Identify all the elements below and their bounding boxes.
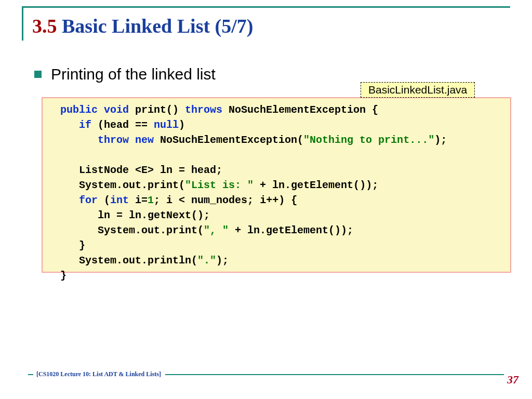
code-string: "Nothing to print..." (303, 134, 434, 146)
footer: [CS1020 Lecture 10: List ADT & Linked Li… (28, 370, 504, 378)
code-keyword: throws (185, 104, 229, 116)
code-text: NoSuchElementException( (160, 134, 303, 146)
code-string: "." (197, 255, 216, 267)
code-text: ( (104, 194, 110, 206)
code-string: "List is: " (185, 179, 260, 191)
footer-text: [CS1020 Lecture 10: List ADT & Linked Li… (36, 370, 161, 378)
code-number: 1 (148, 194, 154, 206)
footer-rule (165, 374, 504, 375)
footer-dash-icon (28, 374, 33, 375)
code-null: null (154, 119, 179, 131)
code-keyword: if (79, 119, 98, 131)
code-keyword: int (110, 194, 135, 206)
code-text: ln = ln.getNext(); (98, 209, 210, 221)
code-text: NoSuchElementException { (229, 104, 378, 116)
code-text: ); (216, 255, 229, 267)
section-number: 3.5 (32, 15, 57, 37)
code-keyword: throw new (98, 134, 160, 146)
code-text: } (79, 240, 85, 251)
slide-title: 3.5 Basic Linked List (5/7) (32, 15, 253, 37)
code-text: ) (179, 119, 185, 131)
code-text: i= (135, 194, 148, 206)
code-text: + ln.getElement()); (235, 224, 353, 236)
code-string: ", " (204, 224, 235, 236)
slide-left-rule (22, 6, 23, 41)
page-number: 37 (507, 373, 518, 387)
code-keyword: for (79, 194, 104, 206)
code-text: System.out.print( (79, 179, 185, 191)
code-block: public void print() throws NoSuchElement… (42, 97, 511, 273)
code-keyword: public void (60, 104, 135, 116)
file-tab-label: BasicLinkedList.java (361, 82, 475, 98)
slide-top-rule (22, 6, 510, 8)
bullet-text: Printing of the linked list (51, 65, 216, 83)
code-text: ); (434, 134, 447, 146)
code-text: System.out.println( (79, 255, 197, 267)
code-text: + ln.getElement()); (260, 179, 378, 191)
code-text: (head == (98, 119, 154, 131)
code-text: ListNode <E> ln = head; (79, 164, 222, 176)
bullet-item: Printing of the linked list (34, 65, 216, 83)
code-text: print() (135, 104, 185, 116)
bullet-square-icon (34, 71, 42, 78)
code-text: ; i < num_nodes; i++) { (154, 194, 297, 206)
code-text: System.out.print( (98, 224, 204, 236)
code-text: } (60, 270, 66, 282)
section-title-text: Basic Linked List (5/7) (62, 15, 253, 37)
